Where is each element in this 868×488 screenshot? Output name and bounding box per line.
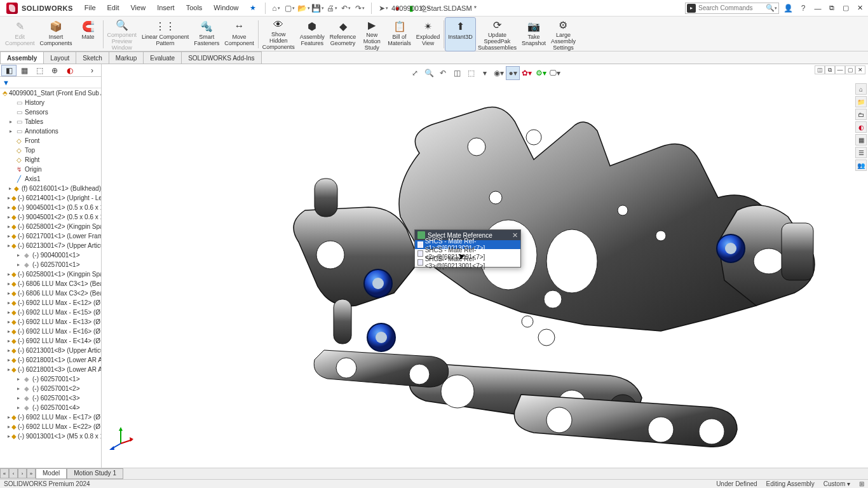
tree-item[interactable]: ▸◆(-) 60257001<4> — [0, 403, 101, 412]
ribbon-exploded-button[interactable]: ✴Exploded View — [414, 18, 443, 51]
tree-expand-icon[interactable]: ▸ — [15, 262, 21, 268]
cmd-tab-evaluate[interactable]: Evaluate — [143, 51, 182, 64]
tree-item[interactable]: ▸◆(-) 60214001<1> (Upright - Lef — [0, 193, 101, 203]
tree-item[interactable]: ▸▭Annotations — [0, 126, 101, 136]
open-icon[interactable]: 📂▾ — [297, 2, 310, 15]
home-icon[interactable]: ⌂▾ — [269, 2, 282, 15]
taskpane-design-lib-icon[interactable]: 📁 — [855, 96, 867, 107]
ribbon-mate-button[interactable]: 🧲Mate — [75, 18, 102, 51]
tree-item[interactable]: ▸◆(-) 60218001<3> (Lower AR Arr — [0, 365, 101, 374]
undo-icon[interactable]: ↶▾ — [339, 2, 352, 15]
tree-item[interactable]: ▸◆(-) 60257001<1> — [0, 374, 101, 384]
tree-item[interactable]: ▸◆(-) 6902 LLU Max - E<15> (Ø 1 — [0, 308, 101, 317]
search-commands[interactable]: ▸ 🔍 ▾ — [685, 3, 779, 14]
mdi-maximize-icon[interactable]: ▢ — [845, 65, 855, 74]
redo-icon[interactable]: ↷▾ — [353, 2, 366, 15]
search-dropdown-icon[interactable]: ▾ — [775, 6, 777, 11]
tree-item[interactable]: ▸◆(-) 60217001<1> (Lower Frame — [0, 231, 101, 241]
mdi-tile-icon[interactable]: ◫ — [815, 65, 825, 74]
search-icon[interactable]: 🔍 — [766, 4, 775, 12]
tree-expand-icon[interactable]: ▸ — [8, 119, 13, 125]
menu-edit[interactable]: Edit — [102, 2, 125, 14]
tree-expand-icon[interactable]: ▸ — [8, 348, 10, 353]
cmd-tab-markup[interactable]: Markup — [109, 51, 144, 64]
new-icon[interactable]: ▢▾ — [283, 2, 296, 15]
tree-item[interactable]: ◇Front — [0, 136, 101, 146]
view-settings-icon[interactable]: ⚙▾ — [534, 67, 547, 79]
menu-window[interactable]: Window — [208, 2, 243, 14]
dimxpert-tab-icon[interactable]: ⊕ — [47, 65, 62, 76]
tree-item[interactable]: ▸◆(-) 60257001<2> — [0, 384, 101, 393]
tree-expand-icon[interactable]: ▸ — [8, 290, 10, 296]
tree-expand-icon[interactable]: ▸ — [8, 300, 10, 306]
ribbon-move-button[interactable]: ↔Move Component — [222, 18, 257, 51]
print-icon[interactable]: 🖨▾ — [325, 2, 338, 15]
tree-item[interactable]: ▸◆(-) 90013001<1> (M5 x 0.8 x 14 — [0, 431, 101, 441]
tree-item[interactable]: ▸◆(-) 6806 LLU Max C3<2> (Beari — [0, 288, 101, 298]
tree-expand-icon[interactable]: ▸ — [15, 386, 21, 391]
taskpane-forum-icon[interactable]: 👥 — [855, 159, 867, 171]
tree-item[interactable]: ▸◆(-) 6902 LLU Max - E<16> (Ø 1 — [0, 327, 101, 336]
tree-item[interactable]: ▸◆(-) 6806 LLU Max C3<1> (Beari — [0, 279, 101, 288]
ribbon-show-button[interactable]: 👁Show Hidden Components — [260, 18, 297, 51]
ribbon-insert-button[interactable]: 📦Insert Components — [37, 18, 75, 51]
ribbon-new-button[interactable]: ▶New Motion Study — [358, 18, 385, 51]
tree-expand-icon[interactable]: ▸ — [8, 357, 10, 363]
tree-expand-icon[interactable]: ▸ — [8, 329, 10, 334]
ribbon-reference-button[interactable]: ◆Reference Geometry — [327, 18, 359, 51]
tree-item[interactable]: ▸◆(-) 60257001<3> — [0, 393, 101, 403]
tree-expand-icon[interactable]: ▸ — [8, 309, 10, 315]
ribbon-smart-button[interactable]: 🔩Smart Fasteners — [191, 18, 222, 51]
select-icon[interactable]: ➤▾ — [377, 2, 390, 15]
tree-expand-icon[interactable]: ▸ — [15, 376, 21, 382]
menu-help-icon[interactable]: ★ — [245, 2, 261, 14]
tree-expand-icon[interactable]: ▸ — [8, 433, 10, 439]
tree-item[interactable]: ▭Sensors — [0, 107, 101, 117]
status-units[interactable]: Custom ▾ — [824, 480, 850, 487]
cmd-tab-assembly[interactable]: Assembly — [0, 51, 44, 64]
mdi-minimize-icon[interactable]: — — [835, 65, 845, 74]
display-manager-tab-icon[interactable]: ◐ — [62, 65, 78, 76]
tree-item[interactable]: ▭History — [0, 98, 101, 107]
display-style-icon[interactable]: ▾ — [478, 67, 491, 79]
section-view-icon[interactable]: ◫ — [451, 67, 463, 79]
tree-expand-icon[interactable]: ▸ — [8, 271, 10, 277]
tree-expand-toggle-icon[interactable]: › — [85, 65, 100, 76]
tree-expand-icon[interactable]: ▸ — [8, 214, 10, 220]
scroll-next-icon[interactable]: › — [18, 468, 27, 478]
cmd-tab-layout[interactable]: Layout — [43, 51, 76, 64]
cmd-tab-sketch[interactable]: Sketch — [76, 51, 109, 64]
tree-item[interactable]: ▸◆(-) 90045001<1> (0.5 x 0.6 x 1 B — [0, 203, 101, 212]
tree-item[interactable]: ◇Right — [0, 155, 101, 165]
taskpane-custom-props-icon[interactable]: ☰ — [855, 147, 867, 158]
view-triad-icon[interactable] — [108, 424, 133, 450]
tree-item[interactable]: ▸◆(-) 60258001<1> (Kingpin Spac — [0, 269, 101, 279]
tree-item[interactable]: ▸◆(-) 6902 LLU Max - E<22> (Ø 1 — [0, 422, 101, 431]
tree-expand-icon[interactable]: ▸ — [8, 128, 13, 134]
maximize-button[interactable]: ▢ — [840, 3, 851, 14]
bottom-tab-motion-study[interactable]: Motion Study 1 — [67, 468, 123, 479]
ribbon-bill-of-button[interactable]: 📋Bill of Materials — [385, 18, 414, 51]
tree-item[interactable]: ⬘40099001_Start (Front End Sub Asse — [0, 88, 101, 98]
tree-item[interactable]: ▸▭Tables — [0, 117, 101, 126]
tree-expand-icon[interactable]: ▸ — [8, 205, 10, 210]
menu-insert[interactable]: Insert — [152, 2, 180, 14]
ribbon-linear-component-button[interactable]: ⋮⋮Linear Component Pattern — [139, 18, 191, 51]
tree-expand-icon[interactable]: ▸ — [8, 338, 10, 344]
config-manager-tab-icon[interactable]: ⬚ — [32, 65, 47, 76]
view-settings-2-icon[interactable]: 🖵▾ — [548, 67, 561, 79]
tree-item[interactable]: ▸◆(-) 6902 LLU Max - E<17> (Ø 1 — [0, 412, 101, 422]
tree-item[interactable]: ▸◆(-) 60257001<1> — [0, 260, 101, 269]
tree-filter-row[interactable]: ▼ — [0, 77, 101, 88]
split-button[interactable]: ⧉ — [826, 3, 837, 14]
tree-item[interactable]: ╱Axis1 — [0, 174, 101, 184]
tree-item[interactable]: ▸◆(-) 60213001<8> (Upper Articu — [0, 346, 101, 355]
tree-expand-icon[interactable]: ▸ — [8, 233, 10, 239]
tree-item[interactable]: ◇Top — [0, 146, 101, 155]
tree-expand-icon[interactable]: ▸ — [15, 405, 21, 410]
tree-item[interactable]: ↯Origin — [0, 165, 101, 174]
tree-item[interactable]: ▸◆(-) 60213001<7> (Upper Articu — [0, 241, 101, 250]
feature-manager-tab-icon[interactable]: ◧ — [1, 65, 17, 76]
taskpane-file-explorer-icon[interactable]: 🗀 — [855, 109, 867, 120]
scroll-last-icon[interactable]: » — [27, 468, 36, 478]
